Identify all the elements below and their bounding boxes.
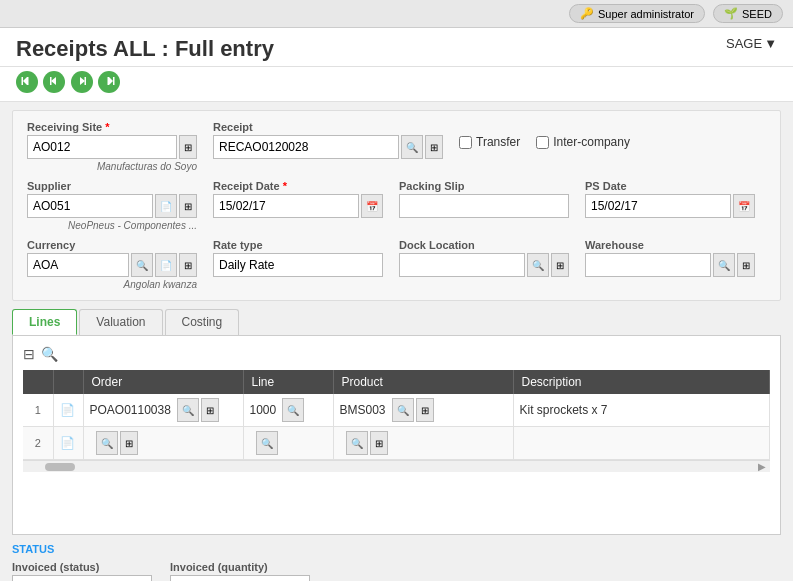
product-browse-icon-1[interactable]: ⊞	[416, 398, 434, 422]
rate-type-group: Rate type	[213, 239, 383, 277]
svg-rect-8	[108, 77, 110, 85]
product-browse-icon-2[interactable]: ⊞	[370, 431, 388, 455]
company-selector[interactable]: SAGE ▼	[726, 36, 777, 51]
order-browse-icon-2[interactable]: ⊞	[120, 431, 138, 455]
row-doc-icon-2[interactable]: 📄	[60, 436, 75, 450]
receiving-site-input[interactable]	[27, 135, 177, 159]
order-search-icon-1[interactable]: 🔍	[177, 398, 199, 422]
row-order-2: 🔍 ⊞	[83, 427, 243, 460]
top-bar: 🔑 Super administrator 🌱 SEED	[0, 0, 793, 28]
first-button[interactable]	[16, 71, 38, 93]
form-row-3: Currency 🔍 📄 ⊞ Angolan kwanza Rate type …	[27, 239, 766, 290]
currency-search-icon[interactable]: 🔍	[131, 253, 153, 277]
svg-rect-4	[50, 77, 52, 85]
tabs-row: Lines Valuation Costing	[12, 309, 781, 335]
checkbox-row: Transfer Inter-company	[459, 121, 630, 149]
product-search-icon-1[interactable]: 🔍	[392, 398, 414, 422]
product-search-icon-2[interactable]: 🔍	[346, 431, 368, 455]
currency-group: Currency 🔍 📄 ⊞ Angolan kwanza	[27, 239, 197, 290]
form-row-1: Receiving Site * ⊞ Manufacturas do Soyo …	[27, 121, 766, 172]
invoiced-qty-input[interactable]	[170, 575, 310, 581]
receipt-label: Receipt	[213, 121, 443, 133]
transfer-checkbox[interactable]	[459, 136, 472, 149]
svg-marker-7	[109, 77, 113, 85]
currency-input[interactable]	[27, 253, 129, 277]
order-browse-icon-1[interactable]: ⊞	[201, 398, 219, 422]
supplier-input[interactable]	[27, 194, 153, 218]
supplier-input-group: 📄 ⊞	[27, 194, 197, 218]
svg-marker-3	[51, 77, 56, 85]
receipt-group: Receipt 🔍 ⊞	[213, 121, 443, 159]
form-section: Receiving Site * ⊞ Manufacturas do Soyo …	[12, 110, 781, 301]
table-toolbar: ⊟ 🔍	[23, 346, 770, 362]
supplier-doc-icon[interactable]: 📄	[155, 194, 177, 218]
row-line-2: 🔍	[243, 427, 333, 460]
ps-date-calendar-icon[interactable]: 📅	[733, 194, 755, 218]
scroll-right-arrow[interactable]: ▶	[758, 461, 766, 472]
ps-date-input[interactable]	[585, 194, 731, 218]
svg-marker-0	[23, 77, 27, 85]
table-view-icon[interactable]: ⊟	[23, 346, 35, 362]
col-product-header: Product	[333, 370, 513, 394]
row-num-2: 2	[23, 427, 53, 460]
warehouse-browse-icon[interactable]: ⊞	[737, 253, 755, 277]
search-icon[interactable]: 🔍	[41, 346, 58, 362]
svg-rect-2	[22, 77, 24, 85]
packing-slip-label: Packing Slip	[399, 180, 569, 192]
row-doc-icon-1[interactable]: 📄	[60, 403, 75, 417]
receiving-site-label: Receiving Site *	[27, 121, 197, 133]
line-search-icon-2[interactable]: 🔍	[256, 431, 278, 455]
lines-table: Order Line Product Description 1 📄 POAO0…	[23, 370, 770, 460]
dock-location-group: Dock Location 🔍 ⊞	[399, 239, 569, 277]
receipt-input[interactable]	[213, 135, 399, 159]
row-product-2: 🔍 ⊞	[333, 427, 513, 460]
warehouse-input[interactable]	[585, 253, 711, 277]
svg-marker-5	[80, 77, 85, 85]
rate-type-input[interactable]	[213, 253, 383, 277]
seed-label: SEED	[742, 8, 772, 20]
admin-button[interactable]: 🔑 Super administrator	[569, 4, 705, 23]
table-row: 2 📄 🔍 ⊞ 🔍	[23, 427, 770, 460]
intercompany-checkbox[interactable]	[536, 136, 549, 149]
scroll-thumb[interactable]	[45, 463, 75, 471]
currency-doc-icon[interactable]: 📄	[155, 253, 177, 277]
tab-costing[interactable]: Costing	[165, 309, 240, 335]
main-content: ⊟ 🔍 Order Line Product Description 1 📄	[12, 335, 781, 535]
receiving-site-sublabel: Manufacturas do Soyo	[27, 161, 197, 172]
supplier-browse-icon[interactable]: ⊞	[179, 194, 197, 218]
last-button[interactable]	[98, 71, 120, 93]
dock-location-input[interactable]	[399, 253, 525, 277]
dock-location-search-icon[interactable]: 🔍	[527, 253, 549, 277]
supplier-group: Supplier 📄 ⊞ NeoPneus - Componentes ...	[27, 180, 197, 231]
transfer-checkbox-group[interactable]: Transfer	[459, 135, 520, 149]
warehouse-search-icon[interactable]: 🔍	[713, 253, 735, 277]
tab-lines[interactable]: Lines	[12, 309, 77, 335]
receiving-site-browse-icon[interactable]: ⊞	[179, 135, 197, 159]
supplier-sublabel: NeoPneus - Componentes ...	[27, 220, 197, 231]
intercompany-checkbox-group[interactable]: Inter-company	[536, 135, 630, 149]
order-search-icon-2[interactable]: 🔍	[96, 431, 118, 455]
receipt-browse-icon[interactable]: ⊞	[425, 135, 443, 159]
receipt-date-input[interactable]	[213, 194, 359, 218]
receipt-date-calendar-icon[interactable]: 📅	[361, 194, 383, 218]
currency-browse-icon[interactable]: ⊞	[179, 253, 197, 277]
next-button[interactable]	[71, 71, 93, 93]
dock-location-browse-icon[interactable]: ⊞	[551, 253, 569, 277]
status-section: STATUS Invoiced (status) Invoiced (quant…	[12, 543, 781, 581]
seed-button[interactable]: 🌱 SEED	[713, 4, 783, 23]
receipt-input-group: 🔍 ⊞	[213, 135, 443, 159]
tab-valuation[interactable]: Valuation	[79, 309, 162, 335]
receipt-search-icon[interactable]: 🔍	[401, 135, 423, 159]
invoiced-status-input[interactable]	[12, 575, 152, 581]
horizontal-scrollbar[interactable]: ▶	[23, 460, 770, 472]
row-order-1: POAO0110038 🔍 ⊞	[83, 394, 243, 427]
packing-slip-input[interactable]	[399, 194, 569, 218]
line-search-icon-1[interactable]: 🔍	[282, 398, 304, 422]
supplier-label: Supplier	[27, 180, 197, 192]
warehouse-input-group: 🔍 ⊞	[585, 253, 755, 277]
col-icon-header	[53, 370, 83, 394]
invoiced-qty-group: Invoiced (quantity)	[170, 561, 320, 581]
col-line-header: Line	[243, 370, 333, 394]
prev-button[interactable]	[43, 71, 65, 93]
dock-location-input-group: 🔍 ⊞	[399, 253, 569, 277]
